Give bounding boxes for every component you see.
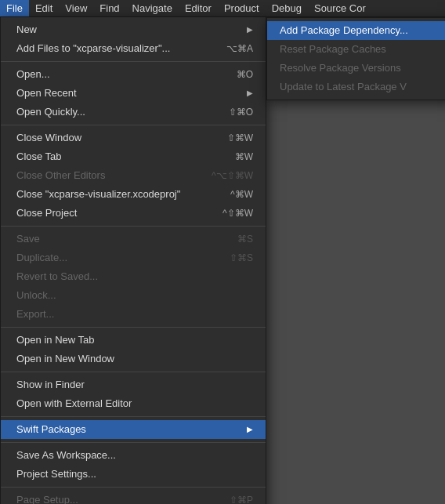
separator-3 bbox=[1, 226, 266, 227]
submenu-item-add-package[interactable]: Add Package Dependency... bbox=[267, 21, 445, 40]
swift-packages-submenu: Add Package Dependency... Reset Package … bbox=[266, 17, 445, 100]
separator-2 bbox=[1, 125, 266, 125]
menu-item-close-project-file[interactable]: Close "xcparse-visualizer.xcodeproj" ^⌘W bbox=[1, 185, 266, 204]
menu-bar-navigate[interactable]: Navigate bbox=[126, 0, 179, 16]
menu-item-open-quickly[interactable]: Open Quickly... ⇧⌘O bbox=[1, 103, 266, 121]
menu-item-close-other-editors[interactable]: Close Other Editors ^⌥⇧⌘W bbox=[1, 166, 266, 185]
menu-bar-view[interactable]: View bbox=[59, 0, 93, 16]
menu-item-page-setup[interactable]: Page Setup... ⇧⌘P bbox=[1, 491, 266, 504]
separator-5 bbox=[1, 372, 266, 372]
menu-item-export[interactable]: Export... bbox=[1, 305, 266, 324]
separator-1 bbox=[1, 61, 266, 62]
menu-bar-source-control[interactable]: Source Cor bbox=[308, 0, 372, 16]
menu-item-revert[interactable]: Revert to Saved... bbox=[1, 267, 266, 286]
menu-item-open-recent[interactable]: Open Recent ▶ bbox=[1, 84, 266, 103]
menu-bar-editor[interactable]: Editor bbox=[179, 0, 218, 16]
menu-item-close-tab[interactable]: Close Tab ⌘W bbox=[1, 147, 266, 166]
menu-item-save-workspace[interactable]: Save As Workspace... bbox=[1, 446, 266, 465]
menu-bar: File Edit View Find Navigate Editor Prod… bbox=[0, 0, 445, 17]
menu-bar-debug[interactable]: Debug bbox=[266, 0, 308, 16]
menu-bar-file[interactable]: File bbox=[0, 0, 29, 16]
menu-item-unlock[interactable]: Unlock... bbox=[1, 286, 266, 305]
menu-bar-product[interactable]: Product bbox=[218, 0, 266, 16]
separator-4 bbox=[1, 327, 266, 328]
menu-item-save[interactable]: Save ⌘S bbox=[1, 230, 266, 248]
swift-packages-arrow-icon: ▶ bbox=[247, 422, 253, 437]
menu-item-open-new-window[interactable]: Open in New Window bbox=[1, 350, 266, 368]
menu-item-close-project[interactable]: Close Project ^⇧⌘W bbox=[1, 204, 266, 223]
menu-item-new[interactable]: New ▶ bbox=[1, 20, 266, 39]
menu-item-project-settings[interactable]: Project Settings... bbox=[1, 465, 266, 484]
submenu-item-update-latest[interactable]: Update to Latest Package V bbox=[267, 78, 445, 96]
menu-item-swift-packages[interactable]: Swift Packages ▶ bbox=[1, 420, 266, 439]
separator-6 bbox=[1, 416, 266, 417]
menu-item-add-files[interactable]: Add Files to "xcparse-visualizer"... ⌥⌘A bbox=[1, 39, 266, 58]
menu-bar-find[interactable]: Find bbox=[93, 0, 125, 16]
separator-8 bbox=[1, 487, 266, 488]
submenu-item-resolve-versions[interactable]: Resolve Package Versions bbox=[267, 59, 445, 78]
menu-item-duplicate[interactable]: Duplicate... ⇧⌘S bbox=[1, 248, 266, 267]
file-menu: New ▶ Add Files to "xcparse-visualizer".… bbox=[0, 17, 266, 504]
menu-item-open[interactable]: Open... ⌘O bbox=[1, 65, 266, 84]
menu-bar-edit[interactable]: Edit bbox=[29, 0, 59, 16]
submenu-item-reset-caches[interactable]: Reset Package Caches bbox=[267, 40, 445, 59]
menu-item-open-new-tab[interactable]: Open in New Tab bbox=[1, 331, 266, 350]
menu-item-show-finder[interactable]: Show in Finder bbox=[1, 375, 266, 394]
menu-item-close-window[interactable]: Close Window ⇧⌘W bbox=[1, 129, 266, 147]
menu-item-open-external[interactable]: Open with External Editor bbox=[1, 394, 266, 413]
arrow-icon: ▶ bbox=[247, 22, 253, 38]
separator-7 bbox=[1, 442, 266, 443]
arrow-icon-recent: ▶ bbox=[247, 85, 253, 101]
